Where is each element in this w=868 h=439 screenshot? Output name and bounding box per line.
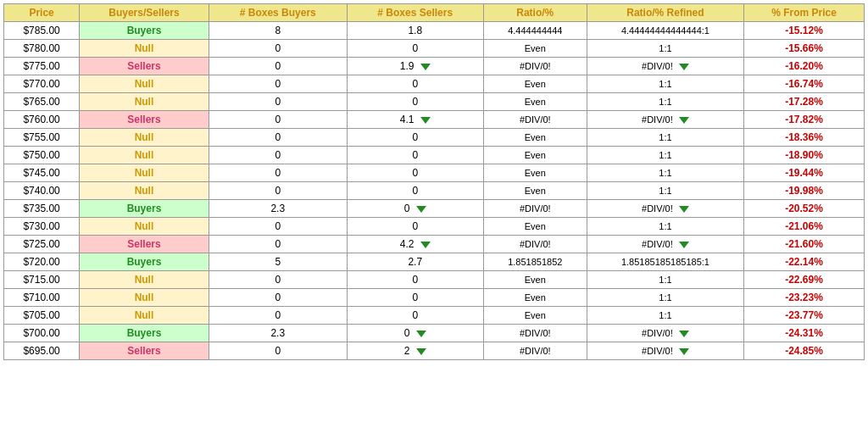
from-price-cell: -21.60% [744, 236, 865, 253]
flag-icon [420, 117, 431, 124]
ratio-refined-cell: 1.85185185185185:1 [587, 253, 743, 271]
col-header-2: # Boxes Buyers [209, 4, 347, 22]
ratio-refined-cell: #DIV/0! [587, 200, 743, 218]
price-cell: $765.00 [4, 93, 80, 111]
buyers-sellers-cell: Buyers [80, 22, 209, 40]
buyers-sellers-cell: Null [80, 164, 209, 182]
table-row: $760.00Sellers04.1 #DIV/0!#DIV/0! -17.82… [4, 111, 865, 129]
table-row: $735.00Buyers2.30 #DIV/0!#DIV/0! -20.52% [4, 200, 865, 218]
ratio-cell: Even [483, 147, 587, 164]
table-row: $700.00Buyers2.30 #DIV/0!#DIV/0! -24.31% [4, 325, 865, 342]
buyers-sellers-cell: Sellers [80, 58, 209, 75]
price-cell: $785.00 [4, 22, 80, 40]
buyers-sellers-cell: Null [80, 129, 209, 147]
ratio-cell: Even [483, 218, 587, 236]
ratio-cell: Even [483, 164, 587, 182]
table-row: $710.00Null00Even1:1-23.23% [4, 289, 865, 307]
buyers-sellers-cell: Null [80, 271, 209, 289]
from-price-cell: -22.69% [744, 271, 865, 289]
col-header-3: # Boxes Sellers [347, 4, 483, 22]
boxes-buyers-cell: 0 [209, 164, 347, 182]
boxes-buyers-cell: 2.3 [209, 325, 347, 342]
ratio-refined-cell: 1:1 [587, 182, 743, 200]
flag-icon [416, 348, 426, 355]
ratio-cell: #DIV/0! [483, 236, 587, 253]
flag-icon [679, 117, 689, 124]
col-header-4: Ratio/% [483, 4, 587, 22]
boxes-buyers-cell: 0 [209, 111, 347, 129]
ratio-refined-cell: 4.44444444444444:1 [587, 22, 743, 40]
from-price-cell: -20.52% [744, 200, 865, 218]
ratio-refined-cell: 1:1 [587, 147, 743, 164]
ratio-refined-cell: 1:1 [587, 75, 743, 93]
flag-icon [420, 64, 431, 70]
flag-icon [420, 242, 431, 248]
ratio-refined-cell: 1:1 [587, 218, 743, 236]
col-header-6: % From Price [744, 4, 865, 22]
boxes-buyers-cell: 8 [209, 22, 347, 40]
ratio-refined-cell: #DIV/0! [587, 111, 743, 129]
from-price-cell: -22.14% [744, 253, 865, 271]
boxes-sellers-cell: 0 [347, 200, 483, 218]
ratio-refined-cell: 1:1 [587, 307, 743, 325]
flag-icon [679, 206, 689, 213]
ratio-cell: #DIV/0! [483, 111, 587, 129]
boxes-buyers-cell: 0 [209, 40, 347, 58]
boxes-sellers-cell: 0 [347, 182, 483, 200]
boxes-sellers-cell: 4.2 [347, 236, 483, 253]
boxes-sellers-cell: 0 [347, 129, 483, 147]
boxes-buyers-cell: 0 [209, 271, 347, 289]
boxes-sellers-cell: 0 [347, 164, 483, 182]
price-cell: $770.00 [4, 75, 80, 93]
price-cell: $720.00 [4, 253, 80, 271]
table-row: $765.00Null00Even1:1-17.28% [4, 93, 865, 111]
boxes-buyers-cell: 0 [209, 307, 347, 325]
buyers-sellers-cell: Null [80, 289, 209, 307]
ratio-cell: Even [483, 40, 587, 58]
buyers-sellers-cell: Null [80, 75, 209, 93]
buyers-sellers-cell: Sellers [80, 342, 209, 360]
price-cell: $760.00 [4, 111, 80, 129]
boxes-sellers-cell: 0 [347, 325, 483, 342]
flag-icon [679, 64, 689, 70]
ratio-cell: Even [483, 289, 587, 307]
table-row: $770.00Null00Even1:1-16.74% [4, 75, 865, 93]
price-cell: $745.00 [4, 164, 80, 182]
ratio-refined-cell: #DIV/0! [587, 325, 743, 342]
from-price-cell: -15.12% [744, 22, 865, 40]
price-table: PriceBuyers/Sellers# Boxes Buyers# Boxes… [3, 3, 865, 360]
ratio-refined-cell: 1:1 [587, 40, 743, 58]
table-row: $775.00Sellers01.9 #DIV/0!#DIV/0! -16.20… [4, 58, 865, 75]
ratio-cell: #DIV/0! [483, 342, 587, 360]
col-header-5: Ratio/% Refined [587, 4, 743, 22]
price-cell: $695.00 [4, 342, 80, 360]
from-price-cell: -16.20% [744, 58, 865, 75]
price-cell: $730.00 [4, 218, 80, 236]
ratio-refined-cell: #DIV/0! [587, 58, 743, 75]
ratio-refined-cell: #DIV/0! [587, 342, 743, 360]
ratio-cell: 4.444444444 [483, 22, 587, 40]
buyers-sellers-cell: Buyers [80, 200, 209, 218]
boxes-buyers-cell: 0 [209, 58, 347, 75]
buyers-sellers-cell: Null [80, 40, 209, 58]
from-price-cell: -24.31% [744, 325, 865, 342]
boxes-buyers-cell: 0 [209, 218, 347, 236]
price-cell: $780.00 [4, 40, 80, 58]
boxes-sellers-cell: 1.8 [347, 22, 483, 40]
boxes-buyers-cell: 0 [209, 147, 347, 164]
table-row: $780.00Null00Even1:1-15.66% [4, 40, 865, 58]
boxes-sellers-cell: 0 [347, 307, 483, 325]
boxes-sellers-cell: 0 [347, 289, 483, 307]
boxes-sellers-cell: 1.9 [347, 58, 483, 75]
from-price-cell: -19.44% [744, 164, 865, 182]
col-header-0: Price [4, 4, 80, 22]
table-row: $715.00Null00Even1:1-22.69% [4, 271, 865, 289]
boxes-buyers-cell: 0 [209, 289, 347, 307]
ratio-cell: Even [483, 75, 587, 93]
boxes-buyers-cell: 0 [209, 342, 347, 360]
price-cell: $775.00 [4, 58, 80, 75]
from-price-cell: -23.23% [744, 289, 865, 307]
ratio-cell: #DIV/0! [483, 200, 587, 218]
ratio-refined-cell: 1:1 [587, 271, 743, 289]
ratio-cell: Even [483, 129, 587, 147]
